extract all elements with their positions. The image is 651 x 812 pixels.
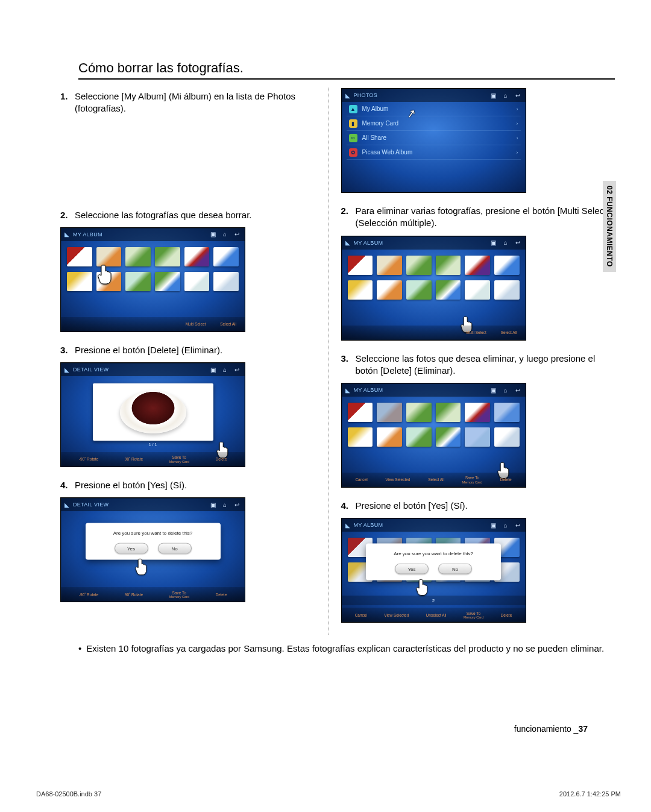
delete-button[interactable]: Delete (500, 477, 512, 482)
delete-button[interactable]: Delete (215, 457, 227, 461)
save-to-card-button[interactable]: Save ToMemory Card (169, 455, 189, 463)
home-icon[interactable]: ⌂ (502, 91, 510, 99)
photo-thumb[interactable] (436, 280, 461, 300)
back-triangle-icon: ◣ (345, 239, 350, 246)
back-triangle-icon: ◣ (64, 367, 69, 373)
photo-thumb[interactable] (213, 272, 239, 291)
screenshot-topbar: ◣ MY ALBUM ▣ ⌂ ↩ (342, 383, 526, 397)
photo-thumb[interactable] (377, 427, 402, 447)
screenshot-bottom-bar: Multi Select Select All (61, 317, 245, 332)
back-icon[interactable]: ↩ (233, 500, 241, 509)
photo-thumb[interactable] (406, 403, 432, 422)
save-to-card-button[interactable]: Save ToMemory Card (169, 591, 189, 599)
save-icon[interactable]: ▣ (209, 500, 217, 509)
save-icon[interactable]: ▣ (489, 521, 498, 529)
save-to-card-button[interactable]: Save ToMemory Card (462, 476, 482, 483)
list-item-picasa[interactable]: ✿ Picasa Web Album › (347, 145, 521, 160)
back-triangle-icon: ◣ (64, 231, 69, 238)
cancel-button[interactable]: Cancel (355, 477, 367, 482)
photo-thumb[interactable] (494, 280, 520, 300)
allshare-icon: ∞ (349, 134, 357, 142)
photo-thumb[interactable] (184, 247, 210, 266)
dialog-yes-button[interactable]: Yes (395, 564, 429, 574)
photo-thumb[interactable] (125, 247, 151, 266)
photo-thumb[interactable] (436, 256, 461, 275)
rotate-left-button[interactable]: -90˚ Rotate (79, 457, 99, 461)
photo-thumb-selected[interactable] (494, 403, 520, 422)
photo-thumb[interactable] (465, 403, 490, 422)
home-icon[interactable]: ⌂ (502, 239, 510, 247)
photo-thumb[interactable] (348, 427, 373, 447)
photo-thumb[interactable] (213, 247, 239, 266)
multi-select-button[interactable]: Multi Select (466, 330, 486, 335)
view-selected-button[interactable]: View Selected (385, 477, 410, 482)
photo-thumb[interactable] (67, 272, 92, 291)
select-all-button[interactable]: Select All (501, 330, 517, 335)
save-icon[interactable]: ▣ (489, 239, 498, 247)
photo-thumb[interactable] (377, 280, 402, 300)
photo-thumb[interactable] (494, 427, 520, 447)
select-all-button[interactable]: Select All (428, 477, 444, 482)
photo-thumb[interactable] (406, 256, 432, 275)
delete-button[interactable]: Delete (501, 613, 512, 617)
view-selected-button[interactable]: View Selected (384, 613, 409, 617)
dialog-no-button[interactable]: No (438, 564, 472, 574)
save-icon[interactable]: ▣ (209, 365, 217, 374)
multi-select-button[interactable]: Multi Select (186, 322, 206, 326)
rotate-right-button[interactable]: 90˚ Rotate (125, 593, 143, 597)
back-icon[interactable]: ↩ (514, 91, 522, 99)
back-icon[interactable]: ↩ (514, 521, 522, 529)
screenshot-bottom-bar: Cancel View Selected Select All Save ToM… (342, 473, 526, 487)
photo-thumb[interactable] (436, 427, 461, 447)
list-item-my-album[interactable]: ▲ My Album › (347, 102, 521, 116)
select-all-button[interactable]: Select All (220, 322, 236, 326)
photo-thumb[interactable] (406, 427, 432, 447)
save-to-card-button[interactable]: Save ToMemory Card (464, 611, 483, 619)
list-item-memory-card[interactable]: ▮ Memory Card › (347, 116, 521, 131)
home-icon[interactable]: ⌂ (221, 230, 229, 239)
back-icon[interactable]: ↩ (233, 365, 241, 374)
photo-grid (61, 241, 245, 291)
photo-thumb[interactable] (184, 272, 210, 291)
list-item-all-share[interactable]: ∞ All Share › (347, 131, 521, 145)
photo-thumb[interactable] (155, 272, 180, 291)
screenshot-album-selected: ◣ MY ALBUM ▣ ⌂ ↩ (341, 383, 526, 488)
photo-thumb[interactable] (155, 247, 180, 266)
back-icon[interactable]: ↩ (514, 239, 522, 247)
home-icon[interactable]: ⌂ (502, 386, 510, 394)
unselect-all-button[interactable]: Unselect All (426, 613, 447, 617)
step-number: 4. (60, 479, 71, 491)
photo-thumb-selected[interactable] (465, 427, 490, 447)
photo-thumb[interactable] (465, 280, 490, 300)
back-icon[interactable]: ↩ (233, 230, 241, 239)
home-icon[interactable]: ⌂ (221, 500, 229, 509)
dialog-yes-button[interactable]: Yes (115, 543, 148, 554)
photo-grid (342, 397, 526, 447)
photo-thumb[interactable] (377, 256, 402, 275)
home-icon[interactable]: ⌂ (221, 365, 229, 374)
back-icon[interactable]: ↩ (514, 386, 522, 394)
rotate-left-button[interactable]: -90˚ Rotate (79, 593, 99, 597)
photo-thumb-selected[interactable] (377, 403, 402, 422)
save-icon[interactable]: ▣ (209, 230, 217, 239)
photo-thumb[interactable] (436, 403, 461, 422)
screenshot-album-select: ◣ MY ALBUM ▣ ⌂ ↩ (60, 227, 245, 332)
photo-thumb[interactable] (465, 256, 490, 275)
save-icon[interactable]: ▣ (489, 91, 498, 99)
photo-thumb[interactable] (67, 247, 92, 266)
photo-thumb[interactable] (494, 256, 520, 275)
cancel-button[interactable]: Cancel (355, 613, 367, 617)
rotate-right-button[interactable]: 90˚ Rotate (125, 457, 143, 461)
delete-button[interactable]: Delete (215, 593, 227, 597)
save-icon[interactable]: ▣ (489, 386, 498, 394)
dialog-no-button[interactable]: No (158, 543, 192, 554)
photo-thumb[interactable] (348, 280, 373, 300)
photo-thumb[interactable] (125, 272, 151, 291)
photo-thumb[interactable] (348, 403, 373, 422)
right-step-4: 4. Presione el botón [Yes] (Sí). (341, 500, 615, 512)
home-icon[interactable]: ⌂ (502, 521, 510, 529)
chevron-right-icon: › (517, 106, 518, 112)
photo-thumb[interactable] (348, 256, 373, 275)
photo-thumb[interactable] (406, 280, 432, 300)
list-label: My Album (362, 105, 512, 112)
